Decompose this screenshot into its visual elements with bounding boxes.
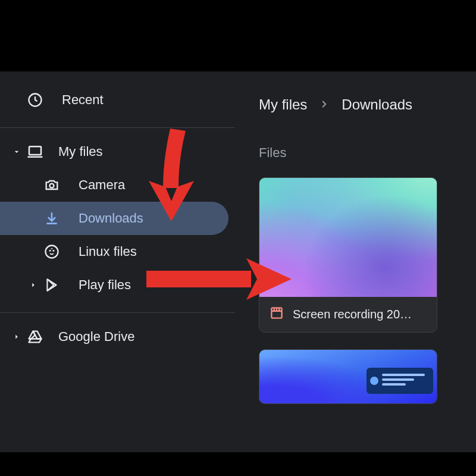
file-thumbnail bbox=[259, 350, 437, 403]
sidebar-item-label: Recent bbox=[62, 92, 104, 108]
sidebar-item-google-drive[interactable]: Google Drive bbox=[0, 320, 235, 353]
sidebar-item-label: My files bbox=[58, 144, 103, 159]
google-play-icon bbox=[42, 275, 62, 295]
breadcrumb-root[interactable]: My files bbox=[259, 96, 307, 113]
sidebar-item-linux-files[interactable]: Linux files bbox=[0, 235, 235, 268]
chevron-right-icon bbox=[27, 281, 39, 289]
sidebar-item-label: Linux files bbox=[79, 244, 137, 259]
penguin-icon bbox=[42, 242, 62, 262]
file-item[interactable] bbox=[259, 349, 437, 404]
file-name: Screen recording 20… bbox=[293, 308, 412, 321]
svg-point-2 bbox=[50, 184, 54, 188]
chevron-right-icon bbox=[319, 96, 330, 113]
sidebar-item-label: Camera bbox=[79, 177, 125, 193]
chevron-right-icon bbox=[8, 333, 25, 341]
svg-point-4 bbox=[49, 250, 51, 252]
clock-icon bbox=[25, 90, 45, 110]
sidebar: Recent My files Camera bbox=[0, 71, 235, 452]
sidebar-item-my-files[interactable]: My files bbox=[0, 135, 235, 168]
sidebar-item-label: Play files bbox=[79, 277, 131, 293]
file-item[interactable]: Screen recording 20… bbox=[259, 177, 437, 333]
notification-toast-preview bbox=[367, 368, 433, 394]
sidebar-item-play-files[interactable]: Play files bbox=[0, 268, 235, 302]
google-drive-icon bbox=[25, 327, 45, 347]
breadcrumb: My files Downloads bbox=[259, 93, 476, 117]
chevron-down-icon bbox=[8, 147, 25, 156]
main-pane: My files Downloads Files Screen recordin… bbox=[235, 71, 476, 452]
file-thumbnail bbox=[259, 178, 437, 297]
sidebar-item-label: Google Drive bbox=[58, 329, 134, 345]
breadcrumb-current[interactable]: Downloads bbox=[342, 96, 412, 113]
sidebar-item-camera[interactable]: Camera bbox=[0, 168, 235, 202]
divider bbox=[0, 127, 235, 128]
video-clapper-icon bbox=[269, 305, 284, 324]
camera-icon bbox=[42, 175, 62, 195]
sidebar-item-downloads[interactable]: Downloads bbox=[0, 202, 228, 235]
sidebar-item-recent[interactable]: Recent bbox=[0, 83, 235, 117]
svg-rect-6 bbox=[271, 311, 281, 318]
section-heading-files: Files bbox=[259, 145, 476, 161]
svg-rect-1 bbox=[29, 146, 41, 155]
laptop-icon bbox=[25, 142, 45, 162]
svg-point-5 bbox=[52, 250, 54, 252]
svg-point-3 bbox=[46, 246, 58, 258]
sidebar-item-label: Downloads bbox=[79, 211, 143, 226]
files-app-window: Recent My files Camera bbox=[0, 71, 476, 452]
divider bbox=[0, 312, 235, 313]
download-icon bbox=[42, 208, 62, 228]
